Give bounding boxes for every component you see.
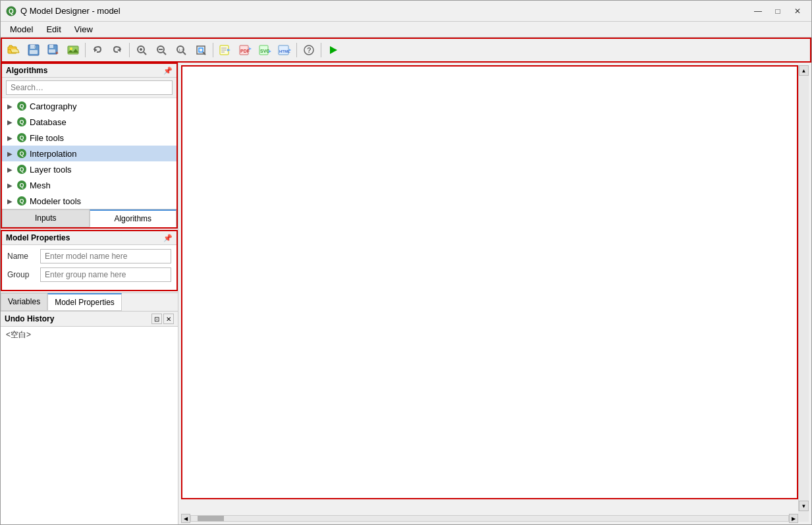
svg-text:PDF: PDF [240, 49, 250, 53]
toolbar-separator-3 [213, 43, 213, 57]
redo-button[interactable] [108, 41, 126, 59]
svg-text:?: ? [307, 46, 311, 54]
svg-marker-44 [330, 46, 337, 54]
tree-arrow-database: ▶ [7, 119, 15, 126]
toolbar-separator-5 [321, 43, 321, 57]
q-icon-modelertools: Q [17, 196, 26, 206]
algorithm-item-filetools[interactable]: ▶ Q File tools [2, 130, 176, 146]
zoom-fit-button[interactable] [192, 41, 210, 59]
tab-algorithms[interactable]: Algorithms [90, 209, 177, 227]
group-label: Group [7, 270, 40, 279]
zoom-actual-button[interactable]: 1:1 [172, 41, 190, 59]
tree-arrow-cartography: ▶ [7, 103, 15, 110]
menu-view[interactable]: View [68, 23, 99, 36]
scroll-right-arrow[interactable]: ▶ [789, 514, 798, 523]
model-name-input[interactable] [40, 249, 171, 263]
maximize-button[interactable]: □ [769, 5, 786, 18]
title-bar: Q Q Model Designer - model — □ ✕ [1, 1, 811, 22]
algorithm-tree-list: ▶ Q Cartography ▶ Q Database [2, 98, 176, 209]
svg-line-18 [144, 52, 146, 55]
undo-entry: <空白> [6, 329, 173, 341]
left-panel: Algorithms 📌 ▶ Q Cartography ▶ [1, 63, 178, 524]
undo-close-button[interactable]: ✕ [163, 314, 174, 324]
save-as-button[interactable]: + [44, 41, 63, 59]
export-html-button[interactable]: HTML [275, 41, 294, 59]
algorithm-item-interpolation[interactable]: ▶ Q Interpolation [2, 146, 176, 161]
app-icon: Q [6, 6, 16, 16]
svg-rect-4 [30, 45, 35, 49]
export-python-button[interactable] [216, 41, 234, 59]
svg-rect-26 [199, 48, 203, 52]
item-label-cartography: Cartography [30, 101, 77, 111]
svg-line-24 [183, 52, 186, 55]
undo-header: Undo History ⊡ ✕ [1, 312, 178, 327]
scroll-down-arrow[interactable]: ▼ [799, 501, 809, 511]
toolbar-separator-4 [296, 43, 297, 57]
svg-rect-8 [49, 45, 53, 48]
undo-button[interactable] [88, 41, 107, 59]
svg-marker-35 [249, 47, 252, 50]
undo-history-panel: Undo History ⊡ ✕ <空白> [1, 311, 178, 524]
minimize-button[interactable]: — [749, 5, 767, 18]
tree-icon-modelertools: Q [16, 196, 27, 206]
horizontal-scrollbar[interactable]: ◀ ▶ [181, 512, 798, 524]
algorithm-item-database[interactable]: ▶ Q Database [2, 114, 176, 130]
algorithm-item-mesh[interactable]: ▶ Q Mesh [2, 177, 176, 193]
svg-rect-5 [30, 50, 38, 54]
run-button[interactable] [324, 41, 342, 59]
close-button[interactable]: ✕ [789, 5, 806, 18]
algorithm-item-modelertools[interactable]: ▶ Q Modeler tools [2, 193, 176, 209]
export-image-button[interactable] [64, 41, 82, 59]
algorithms-panel-header: Algorithms 📌 [2, 64, 176, 78]
toolbar: + [1, 38, 811, 63]
svg-text:1:1: 1:1 [178, 48, 184, 52]
model-props-pin-icon[interactable]: 📌 [163, 234, 173, 242]
canvas[interactable] [181, 65, 798, 499]
zoom-in-button[interactable] [132, 41, 151, 59]
scroll-left-arrow[interactable]: ◀ [181, 514, 190, 523]
toolbar-separator-2 [129, 43, 130, 57]
undo-restore-button[interactable]: ⊡ [151, 314, 162, 324]
tab-variables[interactable]: Variables [1, 293, 47, 311]
export-pdf-button[interactable]: PDF [236, 41, 254, 59]
algorithm-item-cartography[interactable]: ▶ Q Cartography [2, 98, 176, 114]
window-controls: — □ ✕ [749, 5, 806, 18]
toolbar-separator-1 [85, 43, 86, 57]
model-props-body: Name Group [2, 245, 176, 290]
svg-point-12 [70, 47, 72, 50]
svg-marker-38 [269, 50, 271, 53]
q-icon-database: Q [17, 117, 26, 126]
tab-model-properties[interactable]: Model Properties [47, 293, 122, 311]
menu-edit[interactable]: Edit [40, 23, 67, 36]
svg-text:HTML: HTML [279, 49, 290, 53]
algorithm-item-layertools[interactable]: ▶ Q Layer tools [2, 161, 176, 177]
export-svg-button[interactable]: SVG [256, 41, 274, 59]
vertical-scrollbar[interactable]: ▲ ▼ [798, 65, 809, 511]
search-input[interactable] [6, 80, 173, 95]
svg-text:+: + [55, 50, 59, 56]
scroll-up-arrow[interactable]: ▲ [799, 65, 809, 76]
open-model-button[interactable] [5, 41, 23, 59]
model-group-input[interactable] [40, 267, 171, 282]
q-icon-interpolation: Q [17, 149, 26, 158]
tree-arrow-layertools: ▶ [7, 166, 15, 173]
window-title: Q Model Designer - model [20, 6, 749, 16]
scroll-h-track [190, 515, 789, 522]
tab-inputs[interactable]: Inputs [2, 209, 90, 227]
panel-pin-icon[interactable]: 📌 [163, 67, 173, 75]
help-button[interactable]: ? [300, 41, 318, 59]
save-model-button[interactable] [24, 41, 43, 59]
undo-controls: ⊡ ✕ [151, 314, 174, 324]
svg-rect-6 [34, 45, 36, 48]
item-label-interpolation: Interpolation [30, 149, 77, 159]
tree-arrow-filetools: ▶ [7, 134, 15, 142]
zoom-out-button[interactable] [152, 41, 171, 59]
menu-model[interactable]: Model [3, 23, 40, 36]
main-window: Q Q Model Designer - model — □ ✕ Model E… [0, 0, 812, 525]
tree-icon-mesh: Q [16, 180, 27, 190]
undo-title: Undo History [5, 314, 54, 323]
item-label-layertools: Layer tools [30, 165, 72, 175]
model-props-title: Model Properties [6, 233, 70, 242]
q-icon-mesh: Q [17, 180, 26, 190]
q-icon-layertools: Q [17, 165, 26, 174]
